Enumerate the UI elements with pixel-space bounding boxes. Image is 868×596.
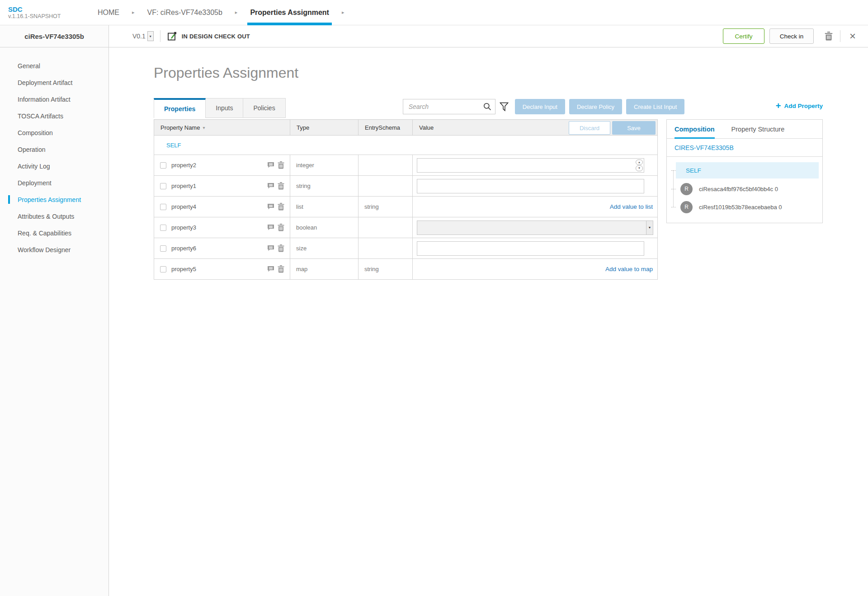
comment-icon[interactable] <box>267 266 274 272</box>
cell-entry-schema <box>358 238 412 258</box>
declare-input-button[interactable]: Declare Input <box>515 99 565 114</box>
comment-icon[interactable] <box>267 162 274 169</box>
cell-property-name: property6 <box>154 238 290 258</box>
search-input[interactable] <box>403 103 483 110</box>
entity-toolbar-main: V0.1 ▼ IN DESIGN CHECK OUT Certify Check… <box>109 25 868 47</box>
comment-icon[interactable] <box>267 245 274 252</box>
breadcrumb-item[interactable]: VF: ciRes-VF74e3305b <box>145 0 225 25</box>
spinner-down-icon[interactable]: ▼ <box>636 165 643 171</box>
row-checkbox[interactable] <box>160 225 166 231</box>
declare-policy-button[interactable]: Declare Policy <box>569 99 622 114</box>
tab-inputs[interactable]: Inputs <box>206 98 243 118</box>
cell-type: list <box>290 197 358 217</box>
sidebar-item-deployment[interactable]: Deployment <box>0 174 108 191</box>
sidebar-item-workflow-designer[interactable]: Workflow Designer <box>0 241 108 258</box>
property-name[interactable]: property1 <box>171 183 196 189</box>
sidebar-item-information-artifact[interactable]: Information Artifact <box>0 91 108 108</box>
property-name[interactable]: property5 <box>171 266 196 272</box>
sidebar-item-label: Attributes & Outputs <box>18 213 74 220</box>
version-dropdown[interactable]: ▼ <box>147 31 154 41</box>
table-header: Property Name ▾ Type EntrySchema Value D… <box>154 119 658 136</box>
value-input[interactable] <box>417 158 644 173</box>
add-value-link[interactable]: Add value to list <box>610 203 653 210</box>
resource-label: ciResaca4fbf976c5bf40bb4c 0 <box>699 186 778 192</box>
tree-self-node[interactable]: SELF <box>676 162 819 178</box>
row-checkbox[interactable] <box>160 162 166 169</box>
breadcrumb-item[interactable]: Properties Assignment <box>247 0 332 25</box>
entity-name: ciRes-VF74e3305b <box>24 33 84 40</box>
sidebar-item-req-capabilities[interactable]: Req. & Capabilities <box>0 225 108 241</box>
delete-property-icon[interactable] <box>278 265 284 273</box>
cell-property-name: property3 <box>154 217 290 238</box>
sidebar-item-deployment-artifact[interactable]: Deployment Artifact <box>0 74 108 91</box>
panel-tab-composition[interactable]: Composition <box>675 120 715 138</box>
component-title[interactable]: CIRES-VF74E3305B <box>667 139 822 157</box>
sidebar-item-operation[interactable]: Operation <box>0 141 108 158</box>
version-label: V0.1 <box>132 33 146 40</box>
checkin-button[interactable]: Check in <box>769 28 814 44</box>
sidebar-item-properties-assignment[interactable]: Properties Assignment <box>0 191 108 208</box>
right-panel-tab-label: Property Structure <box>731 126 785 133</box>
breadcrumb-item[interactable]: HOME <box>95 0 122 25</box>
checkout-icon <box>167 31 178 42</box>
delete-property-icon[interactable] <box>278 203 284 211</box>
cell-value: Add value to map <box>412 259 657 279</box>
sidebar-item-composition[interactable]: Composition <box>0 124 108 141</box>
table-row: property1 string <box>154 176 658 197</box>
delete-property-icon[interactable] <box>278 182 284 190</box>
value-input[interactable] <box>417 179 644 193</box>
delete-property-icon[interactable] <box>278 161 284 169</box>
sidebar-item-activity-log[interactable]: Activity Log <box>0 158 108 174</box>
composition-tree-item[interactable]: R ciResaca4fbf976c5bf40bb4c 0 <box>676 181 819 197</box>
comment-icon[interactable] <box>267 203 274 210</box>
create-list-input-button[interactable]: Create List Input <box>626 99 684 114</box>
tab-label: Inputs <box>216 104 233 112</box>
row-checkbox[interactable] <box>160 204 166 210</box>
cell-type: integer <box>290 155 358 175</box>
delete-property-icon[interactable] <box>278 244 284 252</box>
comment-icon[interactable] <box>267 224 274 231</box>
spinner-up-icon[interactable]: ▲ <box>636 160 643 165</box>
cell-value: Add value to list <box>412 197 657 217</box>
tab-policies[interactable]: Policies <box>243 98 285 118</box>
panel-tab-property-structure[interactable]: Property Structure <box>731 120 785 138</box>
save-button[interactable]: Save <box>612 121 656 135</box>
row-checkbox[interactable] <box>160 183 166 189</box>
add-property-button[interactable]: + Add Property <box>776 102 823 110</box>
header-entry-schema: EntrySchema <box>358 120 412 135</box>
header-property-name[interactable]: Property Name ▾ <box>154 120 290 135</box>
filter-icon[interactable] <box>500 102 509 112</box>
row-checkbox[interactable] <box>160 245 166 252</box>
breadcrumb-label: VF: ciRes-VF74e3305b <box>147 9 222 17</box>
sidebar-item-attributes-outputs[interactable]: Attributes & Outputs <box>0 208 108 225</box>
composition-tree-item[interactable]: R ciResf1019b53b78eacebaeba 0 <box>676 199 819 215</box>
property-name[interactable]: property3 <box>171 224 196 231</box>
sdc-app: SDC v.1.16.1-SNAPSHOT HOME▸VF: ciRes-VF7… <box>0 0 868 596</box>
breadcrumb-label: Properties Assignment <box>250 9 329 17</box>
sidebar-item-label: Deployment Artifact <box>18 79 72 86</box>
add-value-link[interactable]: Add value to map <box>605 266 653 272</box>
value-input[interactable] <box>417 241 644 256</box>
select-arrow-icon: ▼ <box>646 221 653 235</box>
close-icon[interactable]: × <box>849 32 856 41</box>
value-select[interactable]: ▼ <box>417 221 653 235</box>
table-row: property2 integer ▲ ▼ <box>154 155 658 176</box>
row-checkbox[interactable] <box>160 266 166 272</box>
certify-button[interactable]: Certify <box>723 28 764 44</box>
discard-button[interactable]: Discard <box>569 121 610 135</box>
comment-icon[interactable] <box>267 183 274 189</box>
tab-properties[interactable]: Properties <box>154 98 206 118</box>
property-type: boolean <box>296 224 317 231</box>
delete-entity-icon[interactable] <box>825 32 833 41</box>
delete-property-icon[interactable] <box>278 224 284 231</box>
cell-value <box>412 176 657 196</box>
property-name[interactable]: property6 <box>171 245 196 252</box>
self-group-link[interactable]: SELF <box>166 142 181 149</box>
property-name[interactable]: property4 <box>171 203 196 210</box>
property-name[interactable]: property2 <box>171 162 196 169</box>
resource-avatar: R <box>680 183 693 195</box>
resource-avatar: R <box>680 201 693 213</box>
sidebar-item-tosca-artifacts[interactable]: TOSCA Artifacts <box>0 108 108 124</box>
sidebar-item-general[interactable]: General <box>0 57 108 74</box>
search-icon[interactable] <box>483 103 495 111</box>
